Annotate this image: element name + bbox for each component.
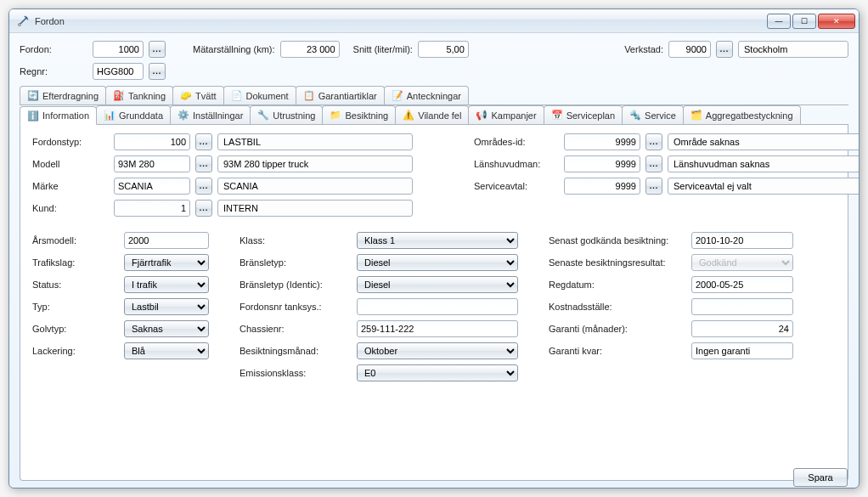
- tab-utrustning[interactable]: 🔧Utrustning: [250, 105, 323, 124]
- garanti-man-label: Garanti (månader):: [549, 324, 685, 334]
- bransletyp-select[interactable]: Diesel: [357, 254, 518, 271]
- header-row-1: Fordon: ... Mätarställning (km): Snitt (…: [20, 38, 848, 60]
- bransletyp-identic-label: Bränsletyp (Identic):: [240, 280, 350, 290]
- tabbar-lower: ℹ️Information 📊Grunddata ⚙️Inställningar…: [20, 105, 848, 125]
- omrades-code[interactable]: [564, 133, 640, 150]
- emissionsklass-select[interactable]: E0: [357, 364, 518, 381]
- tab-label: Serviceplan: [566, 110, 615, 121]
- senaste-resultat-label: Senaste besiktningsresultat:: [549, 257, 685, 268]
- marke-code[interactable]: [114, 178, 190, 195]
- tab-tvatt[interactable]: 🧽Tvätt: [172, 86, 223, 104]
- tab-label: Inställningar: [193, 110, 243, 121]
- trafikslag-select[interactable]: Fjärrtrafik: [124, 254, 209, 271]
- info-icon: ℹ️: [27, 110, 39, 121]
- kund-text: INTERN: [217, 200, 413, 217]
- fordon-lookup-button[interactable]: ...: [149, 41, 166, 58]
- fordonstyp-lookup-button[interactable]: ...: [195, 133, 212, 150]
- service-icon: 🔩: [629, 110, 641, 121]
- equipment-icon: 🔧: [257, 110, 269, 121]
- fordon-input[interactable]: [93, 41, 144, 58]
- kund-label: Kund:: [32, 203, 109, 213]
- minimize-button[interactable]: —: [767, 14, 791, 29]
- tab-installningar[interactable]: ⚙️Inställningar: [170, 105, 251, 124]
- titlebar: Fordon — ☐ ✕: [9, 9, 859, 33]
- serviceavtal-lookup-button[interactable]: ...: [645, 178, 662, 195]
- garanti-kvar-input[interactable]: [691, 342, 793, 359]
- maximize-button[interactable]: ☐: [792, 14, 816, 29]
- campaign-icon: 📢: [476, 110, 488, 121]
- lackering-label: Lackering:: [32, 346, 117, 356]
- tab-vilande-fel[interactable]: ⚠️Vilande fel: [395, 105, 469, 124]
- tab-label: Utrustning: [273, 110, 315, 121]
- serviceavtal-text: Serviceavtal ej valt: [668, 178, 860, 195]
- marke-label: Märke: [32, 181, 109, 191]
- kostnadsstalle-input[interactable]: [691, 298, 793, 315]
- verkstad-label: Verkstad:: [624, 44, 663, 54]
- tab-kampanjer[interactable]: 📢Kampanjer: [468, 105, 544, 124]
- tab-label: Anteckningar: [407, 91, 461, 101]
- modell-label: Modell: [32, 159, 109, 169]
- lanshuvud-code[interactable]: [564, 155, 640, 172]
- fordonstyp-text: LASTBIL: [217, 133, 413, 150]
- tab-label: Garantiartiklar: [318, 91, 377, 101]
- tab-serviceplan[interactable]: 📅Serviceplan: [544, 105, 623, 124]
- regnr-lookup-button[interactable]: ...: [149, 63, 166, 80]
- modell-code[interactable]: [114, 155, 190, 172]
- serviceavtal-code[interactable]: [564, 178, 640, 195]
- lackering-select[interactable]: Blå: [124, 342, 209, 359]
- lanshuvud-label: Länshuvudman:: [474, 159, 559, 169]
- tab-information[interactable]: ℹ️Information: [20, 106, 97, 125]
- tab-service[interactable]: 🔩Service: [622, 105, 684, 124]
- inspection-icon: 📁: [330, 110, 341, 121]
- snitt-input[interactable]: [418, 41, 469, 58]
- verkstad-input[interactable]: [668, 41, 711, 58]
- trafikslag-label: Trafikslag:: [32, 257, 117, 268]
- tab-aggregatbestyckning[interactable]: 🗂️Aggregatbestyckning: [683, 105, 801, 124]
- tab-efterdragning[interactable]: 🔄Efterdragning: [20, 86, 106, 104]
- notes-icon: 📝: [392, 90, 403, 102]
- tab-anteckningar[interactable]: 📝Anteckningar: [384, 86, 469, 104]
- close-button[interactable]: ✕: [818, 14, 855, 29]
- tab-label: Efterdragning: [42, 91, 99, 101]
- regdatum-input[interactable]: [691, 276, 793, 293]
- status-label: Status:: [32, 280, 117, 290]
- klass-label: Klass:: [240, 235, 350, 246]
- matar-input[interactable]: [280, 41, 340, 58]
- tab-grunddata[interactable]: 📊Grunddata: [96, 105, 171, 124]
- besiktmanad-select[interactable]: Oktober: [357, 342, 518, 359]
- marke-text: SCANIA: [217, 178, 413, 195]
- kund-lookup-button[interactable]: ...: [195, 200, 212, 217]
- window-controls: — ☐ ✕: [767, 14, 855, 29]
- lanshuvud-lookup-button[interactable]: ...: [645, 155, 662, 172]
- tab-tankning[interactable]: ⛽Tankning: [105, 86, 173, 104]
- kund-code[interactable]: [114, 200, 190, 217]
- golvtyp-select[interactable]: Saknas: [124, 320, 209, 337]
- tab-dokument[interactable]: 📄Dokument: [223, 86, 296, 104]
- regnr-input[interactable]: [93, 63, 144, 80]
- tab-label: Kampanjer: [491, 110, 536, 121]
- status-select[interactable]: I trafik: [124, 276, 209, 293]
- tab-label: Grunddata: [119, 110, 163, 121]
- header-row-2: Regnr: ...: [20, 60, 848, 82]
- omrades-lookup-button[interactable]: ...: [645, 133, 662, 150]
- arsmodell-input[interactable]: [124, 232, 209, 249]
- warranty-icon: 📋: [303, 90, 315, 102]
- lanshuvud-text: Länshuvudman saknas: [668, 155, 860, 172]
- chassienr-input[interactable]: [357, 320, 518, 337]
- marke-lookup-button[interactable]: ...: [195, 178, 212, 195]
- save-button[interactable]: Spara: [793, 468, 848, 487]
- fordonsnr-tanksys-input[interactable]: [357, 298, 518, 315]
- tab-besiktning[interactable]: 📁Besiktning: [322, 105, 396, 124]
- typ-select[interactable]: Lastbil: [124, 298, 209, 315]
- senast-godkand-input[interactable]: [691, 232, 793, 249]
- modell-lookup-button[interactable]: ...: [195, 155, 212, 172]
- tab-garantiartiklar[interactable]: 📋Garantiartiklar: [296, 86, 385, 104]
- fordonstyp-code[interactable]: [114, 133, 190, 150]
- bransletyp-identic-select[interactable]: Diesel: [357, 276, 518, 293]
- senaste-resultat-select: Godkänd: [691, 254, 793, 271]
- klass-select[interactable]: Klass 1: [357, 232, 518, 249]
- garanti-man-input[interactable]: [691, 320, 793, 337]
- verkstad-lookup-button[interactable]: ...: [716, 41, 733, 58]
- emissionsklass-label: Emissionsklass:: [240, 368, 350, 378]
- tab-label: Tankning: [128, 91, 166, 101]
